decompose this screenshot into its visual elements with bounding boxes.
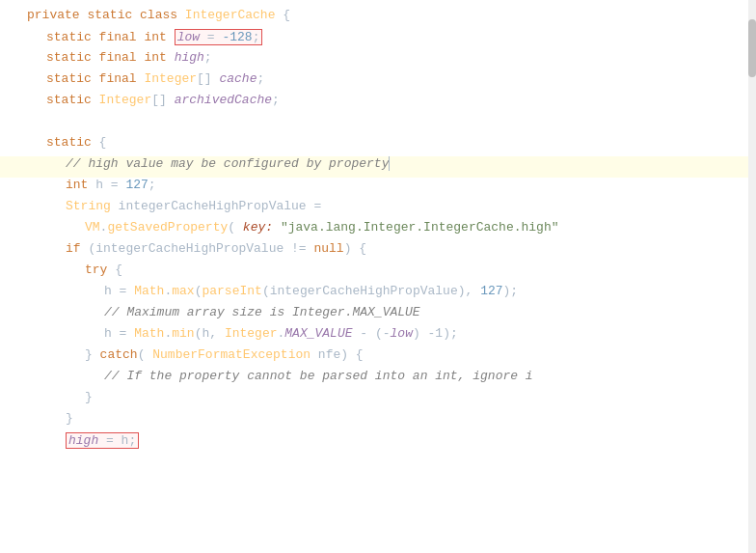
cond: (integerCacheHighPropValue != — [88, 241, 313, 256]
scrollbar-thumb[interactable] — [748, 19, 756, 77]
high-assign-box: high = h; — [66, 432, 139, 449]
cls-integer: Integer — [144, 71, 197, 86]
cls-integer2: Integer — [99, 93, 152, 107]
code-line-8: // high value may be configured by prope… — [0, 156, 756, 178]
low-box: low = -128; — [175, 29, 263, 45]
field-maxval: MAX_VALUE — [284, 326, 352, 341]
dot4: . — [277, 326, 284, 341]
var-h: h = — [95, 178, 125, 192]
code-line-10: String integerCacheHighPropValue = — [0, 199, 756, 220]
kw-static: static — [87, 8, 140, 22]
kw-final2: final — [99, 50, 145, 65]
method-getsaved: getSavedProperty — [107, 220, 228, 235]
paren3: (integerCacheHighPropValue), — [262, 284, 480, 298]
kw-private: private — [27, 8, 87, 22]
kw-class: class — [140, 8, 185, 22]
method-max: max — [172, 284, 194, 298]
var-propname: integerCacheHighPropValue = — [111, 199, 321, 213]
code-line-4: static final Integer[] cache; — [0, 71, 756, 93]
comment-ignore: // If the property cannot be parsed into… — [104, 369, 533, 383]
paren4: ); — [503, 284, 519, 298]
code-line-11: VM.getSavedProperty( key: "java.lang.Int… — [0, 220, 756, 241]
kw-if: if — [66, 241, 88, 256]
kw-null: null — [313, 241, 343, 256]
op2: ) -1); — [413, 326, 458, 341]
cls-vm: VM — [85, 220, 100, 235]
kw-int2: int — [144, 50, 174, 65]
str-key: "java.lang.Integer.IntegerCache.high" — [281, 220, 559, 235]
nfe-var: nfe) { — [310, 347, 364, 362]
semi2: ; — [256, 71, 264, 86]
code-line-9: int h = 127; — [0, 178, 756, 199]
method-min: min — [172, 326, 194, 341]
kw-final: final — [99, 30, 145, 44]
kw-int: int — [144, 30, 174, 44]
field-cache: cache — [219, 71, 256, 86]
cls-math: Math — [134, 284, 164, 298]
num-127b: 127 — [480, 284, 502, 298]
semi3: ; — [272, 93, 280, 107]
semicolon: ; — [204, 50, 212, 65]
field-low: low — [391, 326, 413, 341]
brace2: { — [92, 135, 107, 150]
code-line-12: if (integerCacheHighPropValue != null) { — [0, 241, 756, 263]
dot1: . — [100, 220, 108, 235]
code-line-2: static final int low = -128; — [0, 29, 756, 50]
arr2: [] — [151, 93, 174, 107]
code-line-17: } catch( NumberFormatException nfe) { — [0, 347, 756, 369]
code-line-1: private static class IntegerCache { — [0, 8, 756, 29]
semi4: ; — [148, 178, 156, 192]
code-line-19: } — [0, 390, 756, 411]
scrollbar[interactable] — [748, 0, 756, 553]
brace: { — [275, 8, 290, 22]
num-127: 127 — [125, 178, 148, 192]
cls-integercache: IntegerCache — [185, 8, 276, 22]
kw-static: static — [46, 30, 99, 44]
brace6: } — [66, 411, 73, 426]
cls-math2: Math — [134, 326, 164, 341]
arr-bracket: [] — [197, 71, 219, 86]
cls-nfe: NumberFormatException — [152, 347, 310, 362]
paren1: ( — [228, 220, 243, 235]
kw-static4: static — [46, 93, 99, 107]
cond2: ) { — [344, 241, 366, 256]
code-line-13: try { — [0, 263, 756, 284]
paren2: ( — [195, 284, 202, 298]
code-line-18: // If the property cannot be parsed into… — [0, 369, 756, 390]
comment-maxval: // Maximum array size is Integer.MAX_VAL… — [104, 305, 420, 319]
code-editor: private static class IntegerCache { stat… — [0, 0, 756, 553]
kw-final3: final — [99, 71, 145, 86]
code-line-16: h = Math.min(h, Integer.MAX_VALUE - (-lo… — [0, 326, 756, 347]
op1: - (- — [353, 326, 391, 341]
brace3: { — [115, 263, 122, 277]
cls-integer3: Integer — [225, 326, 278, 341]
catch-paren: ( — [138, 347, 153, 362]
kw-static3: static — [46, 71, 99, 86]
code-line-14: h = Math.max(parseInt(integerCacheHighPr… — [0, 284, 756, 305]
code-line-15: // Maximum array size is Integer.MAX_VAL… — [0, 305, 756, 326]
kw-try: try — [85, 263, 115, 277]
kw-static5: static — [46, 135, 92, 150]
code-line-6 — [0, 114, 756, 135]
dot3: . — [164, 326, 172, 341]
brace5: } — [85, 390, 93, 404]
method-parseint: parseInt — [202, 284, 261, 298]
field-high: high — [175, 50, 204, 65]
code-line-21: high = h; — [0, 432, 756, 454]
var-h2: h = — [104, 284, 134, 298]
kw-int3: int — [66, 178, 95, 192]
comment-high: // high value may be configured by prope… — [66, 156, 389, 171]
code-line-5: static Integer[] archivedCache; — [0, 93, 756, 114]
kw-catch: catch — [100, 347, 138, 362]
field-archived: archivedCache — [175, 93, 272, 107]
brace4: } — [85, 347, 100, 362]
cursor — [389, 156, 397, 171]
code-line-7: static { — [0, 135, 756, 156]
paren5: (h, — [195, 326, 225, 341]
code-line-20: } — [0, 411, 756, 432]
kw-static2: static — [46, 50, 99, 65]
dot2: . — [164, 284, 172, 298]
var-h3: h = — [104, 326, 134, 341]
code-line-3: static final int high; — [0, 50, 756, 71]
cls-string: String — [66, 199, 111, 213]
